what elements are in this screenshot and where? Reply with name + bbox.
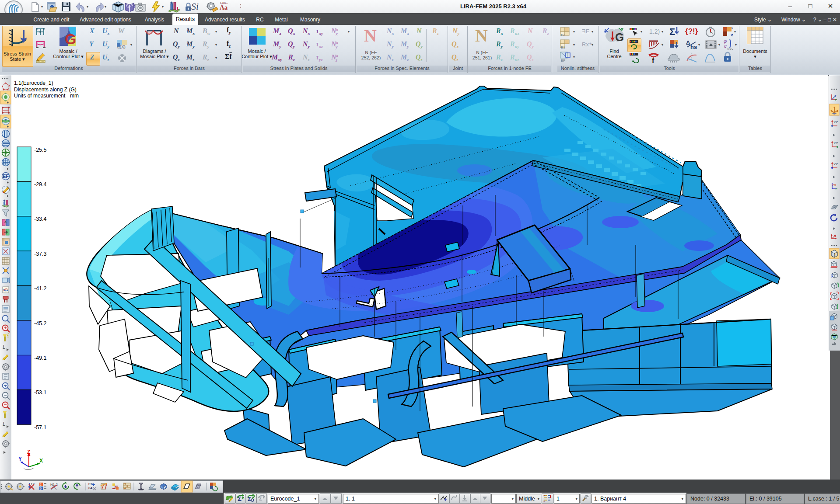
svg-text:64: 64 xyxy=(88,486,92,490)
svg-text:Σ: Σ xyxy=(669,26,675,37)
svg-text:-45.2: -45.2 xyxy=(34,320,47,327)
svg-text:-49.1: -49.1 xyxy=(34,355,47,361)
svg-text:Eo: Eo xyxy=(561,33,565,37)
svg-text:Z: Z xyxy=(27,449,30,455)
svg-text:EF: EF xyxy=(88,482,93,486)
svg-text:E1: E1 xyxy=(561,45,565,49)
svg-text:EF: EF xyxy=(3,174,9,179)
svg-text:L: L xyxy=(3,421,6,427)
svg-text:EF: EF xyxy=(561,59,565,62)
svg-text:YZ: YZ xyxy=(833,162,838,166)
svg-text:-53.1: -53.1 xyxy=(34,389,47,396)
svg-text:6: 6 xyxy=(40,487,42,490)
svg-text:-57.1: -57.1 xyxy=(34,424,47,431)
svg-text:Δ: Δ xyxy=(686,39,690,46)
svg-text:hs: hs xyxy=(690,44,697,50)
svg-text:YX: YX xyxy=(832,183,836,187)
svg-text:L: L xyxy=(3,344,6,350)
svg-text:-37.3: -37.3 xyxy=(34,251,47,257)
svg-text:XY: XY xyxy=(833,141,838,145)
svg-text:-33.4: -33.4 xyxy=(34,216,47,222)
svg-text:2: 2 xyxy=(40,483,42,486)
svg-text:G: G xyxy=(65,31,76,47)
svg-text:XZ: XZ xyxy=(833,120,838,124)
svg-text:f: f xyxy=(652,57,654,64)
svg-text:G: G xyxy=(615,31,624,44)
svg-text:X: X xyxy=(39,458,43,464)
svg-text:-25.5: -25.5 xyxy=(34,147,47,153)
svg-text:-41.2: -41.2 xyxy=(34,285,47,292)
svg-text:-29.4: -29.4 xyxy=(34,181,47,188)
svg-text:e: e xyxy=(724,43,727,49)
svg-text:Y: Y xyxy=(18,456,22,462)
svg-text:a(X): a(X) xyxy=(117,45,126,49)
